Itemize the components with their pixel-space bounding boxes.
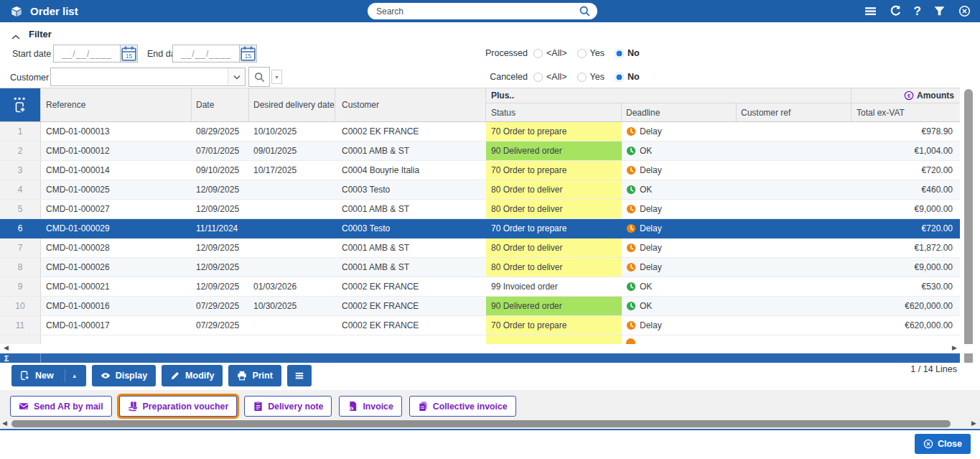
column-header-customer-ref[interactable]: Customer ref	[737, 103, 851, 121]
cell-customer: C0002 EK FRANCE	[335, 122, 486, 141]
processed-radio-yes[interactable]: Yes	[577, 48, 605, 58]
start-date-input[interactable]: __/__/____	[53, 45, 120, 62]
cell-reference: CMD-01-000029	[41, 219, 192, 238]
deadline-clock-icon	[626, 165, 636, 175]
table-row[interactable]: 6 CMD-01-000029 11/11/2024 C0003 Testo 7…	[0, 219, 960, 238]
search-input[interactable]	[376, 6, 578, 17]
new-button[interactable]: New ▲	[11, 365, 86, 386]
vertical-scrollbar[interactable]	[964, 89, 973, 378]
end-date-calendar-icon[interactable]: 15	[239, 45, 257, 62]
table-row[interactable]: 1 CMD-01-000013 08/29/2025 10/10/2025 C0…	[0, 122, 960, 142]
invoice-button[interactable]: € Invoice	[339, 396, 401, 417]
column-group-plus[interactable]: Plus..	[486, 88, 851, 103]
scroll-left-icon[interactable]: ◀	[2, 419, 7, 427]
column-header-total-ex-vat[interactable]: Total ex-VAT	[851, 103, 960, 121]
table-row[interactable]: 11 CMD-01-000017 07/29/2025 C0002 EK FRA…	[0, 316, 960, 335]
more-options-icon[interactable]: •••	[14, 96, 27, 101]
table-row[interactable]: 8 CMD-01-000026 12/09/2025 C0001 AMB & S…	[0, 258, 960, 277]
help-icon[interactable]: ?	[914, 4, 921, 19]
preparation-voucher-button[interactable]: Preparation voucher	[119, 396, 238, 417]
processed-radio-all[interactable]: <All>	[533, 48, 567, 58]
column-header-reference[interactable]: Reference	[41, 88, 192, 121]
cell-deadline: Delay	[622, 238, 737, 257]
cell-customer: C0001 AMB & ST	[335, 258, 486, 277]
cell-status: 70 Order to prepare	[486, 161, 622, 180]
column-header-customer[interactable]: Customer	[335, 88, 486, 121]
cell-customer-ref	[737, 277, 851, 296]
deadline-clock-icon	[626, 146, 636, 156]
chevron-down-icon[interactable]	[228, 68, 245, 85]
titlebar-actions: ?	[864, 0, 971, 22]
table-row-partial[interactable]	[0, 335, 960, 344]
select-all-add-button[interactable]: •••	[0, 88, 41, 121]
scroll-right-icon[interactable]: ▶	[952, 344, 957, 351]
modify-button[interactable]: Modify	[162, 365, 223, 386]
cell-deadline: Delay	[622, 161, 737, 180]
end-date-input[interactable]: __/__/____	[172, 45, 239, 62]
cell-reference: CMD-01-000016	[41, 297, 192, 315]
deadline-label: Delay	[640, 165, 662, 175]
refresh-icon[interactable]	[889, 4, 902, 18]
collective-invoice-button[interactable]: Collective invoice	[409, 396, 516, 417]
column-header-date[interactable]: Date	[192, 88, 249, 121]
cell-date: 12/09/2025	[192, 238, 249, 257]
toolbar-menu-button[interactable]	[287, 365, 312, 386]
column-group-amounts[interactable]: € Amounts	[851, 88, 960, 103]
canceled-radio-all[interactable]: <All>	[533, 72, 567, 82]
table-row[interactable]: 7 CMD-01-000028 12/09/2025 C0001 AMB & S…	[0, 238, 960, 258]
processed-radio-no[interactable]: No	[615, 48, 640, 58]
scroll-left-icon[interactable]: ◀	[4, 344, 9, 351]
print-button[interactable]: Print	[228, 365, 281, 386]
cell-total-ex-vat: €620,000.00	[851, 316, 960, 335]
start-date-calendar-icon[interactable]: 15	[120, 45, 138, 62]
row-number: 9	[0, 277, 41, 296]
scrollbar-thumb[interactable]	[11, 420, 951, 427]
bottom-horizontal-scrollbar[interactable]: ◀ ▶	[0, 419, 980, 429]
customer-combobox[interactable]	[50, 68, 246, 86]
add-record-icon[interactable]	[14, 101, 27, 113]
cell-deadline: OK	[622, 180, 737, 199]
cell-status: 80 Order to deliver	[486, 200, 622, 218]
customer-label: Customer	[10, 73, 49, 83]
new-dropdown-icon[interactable]: ▲	[72, 373, 78, 379]
table-row[interactable]: 2 CMD-01-000012 07/01/2025 09/01/2025 C0…	[0, 142, 960, 161]
table-row[interactable]: 5 CMD-01-000027 12/09/2025 C0001 AMB & S…	[0, 200, 960, 219]
cell-date: 12/09/2025	[192, 200, 249, 218]
column-header-status[interactable]: Status	[486, 103, 622, 121]
table-row[interactable]: 10 CMD-01-000016 07/29/2025 10/30/2025 C…	[0, 297, 960, 316]
canceled-radio-yes[interactable]: Yes	[577, 72, 605, 82]
close-button[interactable]: Close	[915, 434, 971, 454]
sigma-icon[interactable]: Σ	[0, 353, 41, 363]
canceled-radio-no[interactable]: No	[615, 72, 640, 82]
menu-icon[interactable]	[864, 4, 877, 18]
orders-table: ••• Reference Date Desired delivery date…	[0, 88, 960, 344]
cell-desired-delivery-date: 10/10/2025	[249, 122, 335, 141]
delivery-note-button[interactable]: Delivery note	[244, 396, 332, 417]
close-window-icon[interactable]	[958, 4, 971, 18]
scroll-right-icon[interactable]: ▶	[971, 419, 976, 427]
column-header-deadline[interactable]: Deadline	[622, 103, 737, 121]
eye-icon	[101, 371, 111, 381]
deadline-label: Delay	[640, 320, 662, 330]
table-row[interactable]: 4 CMD-01-000025 12/09/2025 C0003 Testo 8…	[0, 180, 960, 200]
collapse-filter-icon[interactable]	[11, 30, 20, 36]
customer-search-icon[interactable]	[248, 67, 270, 87]
deadline-clock-icon	[626, 338, 635, 344]
cell-desired-delivery-date	[249, 180, 335, 199]
cell-deadline: Delay	[622, 258, 737, 277]
customer-search-options-icon[interactable]: ▾	[271, 70, 282, 84]
cell-date: 07/29/2025	[192, 316, 249, 335]
search-icon[interactable]	[578, 4, 592, 18]
table-row[interactable]: 9 CMD-01-000021 12/09/2025 01/03/2026 C0…	[0, 277, 960, 297]
table-row[interactable]: 3 CMD-01-000014 09/10/2025 10/17/2025 C0…	[0, 161, 960, 180]
column-header-desired-delivery-date[interactable]: Desired delivery date	[249, 88, 335, 121]
filter-icon[interactable]	[933, 4, 946, 18]
display-button[interactable]: Display	[92, 365, 156, 386]
cell-deadline: Delay	[622, 219, 737, 238]
cell-reference: CMD-01-000021	[41, 277, 192, 296]
sum-row: Σ	[0, 353, 960, 363]
cell-customer-ref	[737, 142, 851, 160]
customer-combobox-value	[51, 68, 228, 85]
send-ar-by-mail-button[interactable]: Send AR by mail	[10, 396, 112, 417]
svg-text:€: €	[907, 93, 911, 99]
